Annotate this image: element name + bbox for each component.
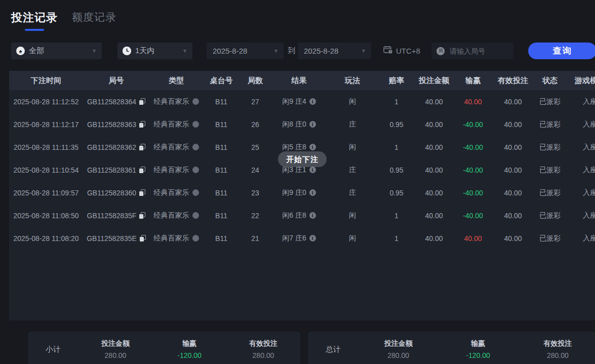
subtotal-win-loss: 输赢 -120.00 [152,339,226,359]
cell-odds: 1 [378,212,415,220]
chevron-down-icon: ▼ [269,48,279,54]
cell-bet-time: 2025-08-28 11:09:57 [9,189,83,197]
subtotal-valid-bet: 有效投注 280.00 [226,339,300,359]
cell-result: 闲6 庄8 i [271,211,327,220]
game-type-value: 全部 [29,46,44,56]
column-header: 局数 [240,76,271,86]
timezone-indicator[interactable]: UTC+8 [383,43,420,59]
cell-result: 闲8 庄0 i [271,120,327,129]
cell-result: 闲5 庄8 i [271,143,327,152]
table-row: 2025-08-28 11:08:50 GB112582835F 经典百家乐 B… [9,204,595,227]
cell-win-loss: -40.00 [453,120,493,129]
tab-bet-records[interactable]: 投注记录 [11,10,58,31]
game-type-dot-icon [192,144,199,150]
cell-game-mode: 入座 [567,166,595,175]
cell-result: 闲9 庄0 i [271,188,327,197]
cell-valid-bet: 40.00 [493,98,533,106]
copy-icon[interactable] [139,98,145,105]
cell-game-mode: 入座 [567,211,595,220]
info-icon[interactable]: i [309,235,316,241]
cell-odds: 1 [378,234,415,242]
info-icon[interactable]: i [309,144,316,150]
cell-bet-time: 2025-08-28 11:11:35 [9,143,83,151]
cell-bet-amount: 40.00 [415,98,453,106]
query-button[interactable]: 查询 [528,43,595,59]
cell-play-type: 闲 [327,234,378,243]
table-row: 2025-08-28 11:12:17 GB1125828363 经典百家乐 B… [9,113,595,136]
table-row: 2025-08-28 11:09:57 GB1125828360 经典百家乐 B… [9,181,595,204]
cell-game-type: 经典百家乐 [149,234,203,243]
info-icon[interactable]: i [309,212,316,219]
total-panel: 总计 投注金额 280.00 输赢 -120.00 有效投注 280.00 [308,332,595,364]
info-icon[interactable]: i [309,98,316,105]
cell-bet-amount: 40.00 [415,189,453,197]
date-to-picker[interactable]: 2025-8-28 ▼ [298,43,371,59]
cell-game-type: 经典百家乐 [149,211,203,220]
cell-status: 已派彩 [533,120,567,129]
cell-valid-bet: 40.00 [493,166,533,174]
date-to-value: 2025-8-28 [304,47,338,55]
cell-status: 已派彩 [533,211,567,220]
cell-status: 已派彩 [533,143,567,152]
cell-round-id: GB1125828362 [83,143,149,151]
table-body: 2025-08-28 11:12:52 GB1125828364 经典百家乐 B… [9,90,595,250]
info-icon[interactable]: i [309,121,316,128]
cell-table-no: B11 [203,143,240,151]
info-icon[interactable]: i [309,167,316,173]
round-search-input[interactable] [449,47,509,56]
column-header: 赔率 [378,76,415,86]
copy-icon[interactable] [139,212,145,219]
game-type-dot-icon [192,212,199,219]
total-win-loss: 输赢 -120.00 [438,339,518,359]
tab-quota-records[interactable]: 额度记录 [72,10,116,30]
copy-icon[interactable] [139,144,145,150]
cell-valid-bet: 40.00 [493,120,533,129]
cell-round-id: GB1125828361 [83,166,149,174]
cell-game-mode: 入座 [567,97,595,106]
cell-bet-time: 2025-08-28 11:08:20 [9,234,83,242]
date-from-value: 2025-8-28 [213,47,247,55]
copy-icon[interactable] [139,167,145,173]
cell-round-no: 26 [240,120,271,129]
cell-status: 已派彩 [533,166,567,175]
table-row: 2025-08-28 11:12:52 GB1125828364 经典百家乐 B… [9,90,595,113]
cell-odds: 0.95 [378,166,415,174]
game-type-dropdown[interactable]: ♠ 全部 ▼ [11,43,102,59]
cell-round-id: GB1125828363 [83,120,149,129]
cell-odds: 1 [378,143,415,151]
chevron-down-icon: ▼ [357,48,366,54]
cell-bet-amount: 40.00 [415,166,453,174]
cell-win-loss: -40.00 [453,189,493,197]
cell-round-no: 24 [240,166,271,174]
cell-bet-amount: 40.00 [415,143,453,151]
cell-win-loss: 40.00 [453,234,493,242]
column-header: 游戏模式 [567,76,595,86]
start-betting-toast: 开始下注 [278,151,327,167]
clock-icon [123,47,131,55]
cell-table-no: B11 [203,189,240,197]
cell-valid-bet: 40.00 [493,189,533,197]
cell-game-mode: 入座 [567,143,595,152]
column-header: 局号 [83,76,149,86]
cell-result: 闲9 庄4 i [271,97,327,106]
copy-icon[interactable] [140,235,146,241]
time-range-dropdown[interactable]: 1天内 ▼ [117,43,192,59]
cell-odds: 0.95 [378,120,415,129]
cell-game-mode: 入座 [567,120,595,129]
cell-valid-bet: 40.00 [493,143,533,151]
time-range-value: 1天内 [135,46,154,56]
date-from-picker[interactable]: 2025-8-28 ▼ [207,43,284,59]
cell-game-type: 经典百家乐 [149,188,203,197]
round-icon: 局 [437,47,445,55]
cell-round-id: GB1125828360 [83,189,149,197]
copy-icon[interactable] [139,121,145,128]
cell-bet-time: 2025-08-28 11:08:50 [9,212,83,220]
info-icon[interactable]: i [309,189,316,196]
record-tabs: 投注记录 额度记录 [11,10,116,31]
total-bet-amount: 投注金额 280.00 [359,339,438,359]
cell-game-type: 经典百家乐 [149,143,203,152]
cell-game-mode: 入座 [567,188,595,197]
column-header: 输赢 [453,76,493,86]
copy-icon[interactable] [139,189,145,196]
cell-table-no: B11 [203,120,240,129]
